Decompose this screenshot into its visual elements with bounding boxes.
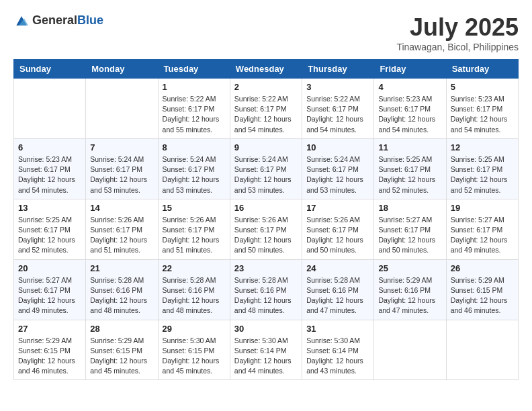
day-number: 13 <box>18 203 81 213</box>
day-info: Sunrise: 5:24 AM Sunset: 6:17 PM Dayligh… <box>163 154 226 195</box>
day-info: Sunrise: 5:26 AM Sunset: 6:17 PM Dayligh… <box>234 215 298 256</box>
calendar-cell <box>14 79 86 139</box>
day-info: Sunrise: 5:30 AM Sunset: 6:14 PM Dayligh… <box>234 336 298 377</box>
day-number: 22 <box>163 263 226 273</box>
day-number: 3 <box>306 82 369 92</box>
calendar-cell: 5Sunrise: 5:23 AM Sunset: 6:17 PM Daylig… <box>446 79 518 139</box>
calendar-cell: 11Sunrise: 5:25 AM Sunset: 6:17 PM Dayli… <box>374 138 446 199</box>
calendar-cell: 28Sunrise: 5:29 AM Sunset: 6:15 PM Dayli… <box>86 320 158 380</box>
calendar-week-row: 13Sunrise: 5:25 AM Sunset: 6:17 PM Dayli… <box>14 199 519 259</box>
day-number: 15 <box>163 203 226 213</box>
calendar-cell: 21Sunrise: 5:28 AM Sunset: 6:16 PM Dayli… <box>86 259 158 320</box>
day-number: 27 <box>18 324 81 334</box>
calendar-cell: 16Sunrise: 5:26 AM Sunset: 6:17 PM Dayli… <box>230 199 302 259</box>
calendar-cell <box>86 79 158 139</box>
calendar-cell: 23Sunrise: 5:28 AM Sunset: 6:16 PM Dayli… <box>230 259 302 320</box>
day-number: 19 <box>451 203 514 213</box>
day-number: 6 <box>18 142 81 152</box>
calendar-cell: 30Sunrise: 5:30 AM Sunset: 6:14 PM Dayli… <box>230 320 302 380</box>
day-info: Sunrise: 5:28 AM Sunset: 6:16 PM Dayligh… <box>306 275 369 316</box>
weekday-header-monday: Monday <box>86 60 158 79</box>
day-number: 30 <box>234 324 298 334</box>
calendar-cell <box>446 320 518 380</box>
day-number: 10 <box>306 142 369 152</box>
calendar-cell: 18Sunrise: 5:27 AM Sunset: 6:17 PM Dayli… <box>374 199 446 259</box>
calendar-cell: 19Sunrise: 5:27 AM Sunset: 6:17 PM Dayli… <box>446 199 518 259</box>
day-info: Sunrise: 5:27 AM Sunset: 6:17 PM Dayligh… <box>18 275 81 316</box>
weekday-header-sunday: Sunday <box>14 60 86 79</box>
calendar-week-row: 20Sunrise: 5:27 AM Sunset: 6:17 PM Dayli… <box>14 259 519 320</box>
day-number: 8 <box>163 142 226 152</box>
calendar-cell: 22Sunrise: 5:28 AM Sunset: 6:16 PM Dayli… <box>158 259 230 320</box>
calendar-week-row: 27Sunrise: 5:29 AM Sunset: 6:15 PM Dayli… <box>14 320 519 380</box>
day-number: 17 <box>306 203 369 213</box>
calendar-cell: 9Sunrise: 5:24 AM Sunset: 6:17 PM Daylig… <box>230 138 302 199</box>
calendar-cell: 25Sunrise: 5:29 AM Sunset: 6:16 PM Dayli… <box>374 259 446 320</box>
calendar-cell: 29Sunrise: 5:30 AM Sunset: 6:15 PM Dayli… <box>158 320 230 380</box>
calendar-cell: 17Sunrise: 5:26 AM Sunset: 6:17 PM Dayli… <box>302 199 374 259</box>
day-number: 24 <box>306 263 369 273</box>
calendar-cell: 31Sunrise: 5:30 AM Sunset: 6:14 PM Dayli… <box>302 320 374 380</box>
weekday-header-wednesday: Wednesday <box>230 60 302 79</box>
calendar-cell: 8Sunrise: 5:24 AM Sunset: 6:17 PM Daylig… <box>158 138 230 199</box>
day-info: Sunrise: 5:22 AM Sunset: 6:17 PM Dayligh… <box>234 94 298 135</box>
day-info: Sunrise: 5:29 AM Sunset: 6:15 PM Dayligh… <box>90 336 153 377</box>
day-info: Sunrise: 5:22 AM Sunset: 6:17 PM Dayligh… <box>306 94 369 135</box>
day-number: 21 <box>90 263 153 273</box>
month-year: July 2025 <box>396 13 519 42</box>
calendar-cell: 3Sunrise: 5:22 AM Sunset: 6:17 PM Daylig… <box>302 79 374 139</box>
day-number: 16 <box>234 203 298 213</box>
day-info: Sunrise: 5:23 AM Sunset: 6:17 PM Dayligh… <box>451 94 514 135</box>
day-info: Sunrise: 5:24 AM Sunset: 6:17 PM Dayligh… <box>90 154 153 195</box>
day-number: 26 <box>451 263 514 273</box>
weekday-header-saturday: Saturday <box>446 60 518 79</box>
calendar-week-row: 1Sunrise: 5:22 AM Sunset: 6:17 PM Daylig… <box>14 79 519 139</box>
day-number: 4 <box>378 82 441 92</box>
day-number: 31 <box>306 324 369 334</box>
day-number: 1 <box>163 82 226 92</box>
calendar-cell: 15Sunrise: 5:26 AM Sunset: 6:17 PM Dayli… <box>158 199 230 259</box>
calendar-cell: 12Sunrise: 5:25 AM Sunset: 6:17 PM Dayli… <box>446 138 518 199</box>
calendar-table: SundayMondayTuesdayWednesdayThursdayFrid… <box>13 59 519 380</box>
day-number: 23 <box>234 263 298 273</box>
page-header: GeneralBlue July 2025 Tinawagan, Bicol, … <box>13 13 519 52</box>
day-number: 25 <box>378 263 441 273</box>
day-info: Sunrise: 5:29 AM Sunset: 6:16 PM Dayligh… <box>378 275 441 316</box>
day-number: 2 <box>234 82 298 92</box>
calendar-cell: 2Sunrise: 5:22 AM Sunset: 6:17 PM Daylig… <box>230 79 302 139</box>
calendar-cell <box>374 320 446 380</box>
day-info: Sunrise: 5:28 AM Sunset: 6:16 PM Dayligh… <box>234 275 298 316</box>
day-info: Sunrise: 5:26 AM Sunset: 6:17 PM Dayligh… <box>90 215 153 256</box>
day-info: Sunrise: 5:25 AM Sunset: 6:17 PM Dayligh… <box>451 154 514 195</box>
day-number: 14 <box>90 203 153 213</box>
weekday-header-thursday: Thursday <box>302 60 374 79</box>
calendar-cell: 6Sunrise: 5:23 AM Sunset: 6:17 PM Daylig… <box>14 138 86 199</box>
day-info: Sunrise: 5:29 AM Sunset: 6:15 PM Dayligh… <box>18 336 81 377</box>
day-number: 9 <box>234 142 298 152</box>
weekday-header-row: SundayMondayTuesdayWednesdayThursdayFrid… <box>14 60 519 79</box>
day-number: 28 <box>90 324 153 334</box>
day-number: 18 <box>378 203 441 213</box>
day-number: 29 <box>163 324 226 334</box>
day-number: 20 <box>18 263 81 273</box>
weekday-header-friday: Friday <box>374 60 446 79</box>
day-info: Sunrise: 5:29 AM Sunset: 6:15 PM Dayligh… <box>451 275 514 316</box>
day-info: Sunrise: 5:26 AM Sunset: 6:17 PM Dayligh… <box>306 215 369 256</box>
logo-general: General <box>32 13 77 27</box>
logo-blue: Blue <box>77 13 103 27</box>
day-number: 11 <box>378 142 441 152</box>
day-number: 5 <box>451 82 514 92</box>
day-info: Sunrise: 5:28 AM Sunset: 6:16 PM Dayligh… <box>90 275 153 316</box>
logo: GeneralBlue <box>13 13 103 28</box>
day-info: Sunrise: 5:22 AM Sunset: 6:17 PM Dayligh… <box>163 94 226 135</box>
day-number: 12 <box>451 142 514 152</box>
weekday-header-tuesday: Tuesday <box>158 60 230 79</box>
calendar-cell: 26Sunrise: 5:29 AM Sunset: 6:15 PM Dayli… <box>446 259 518 320</box>
day-info: Sunrise: 5:27 AM Sunset: 6:17 PM Dayligh… <box>451 215 514 256</box>
calendar-cell: 7Sunrise: 5:24 AM Sunset: 6:17 PM Daylig… <box>86 138 158 199</box>
location: Tinawagan, Bicol, Philippines <box>396 42 519 52</box>
day-info: Sunrise: 5:26 AM Sunset: 6:17 PM Dayligh… <box>163 215 226 256</box>
day-info: Sunrise: 5:27 AM Sunset: 6:17 PM Dayligh… <box>378 215 441 256</box>
day-info: Sunrise: 5:30 AM Sunset: 6:14 PM Dayligh… <box>306 336 369 377</box>
calendar-cell: 24Sunrise: 5:28 AM Sunset: 6:16 PM Dayli… <box>302 259 374 320</box>
